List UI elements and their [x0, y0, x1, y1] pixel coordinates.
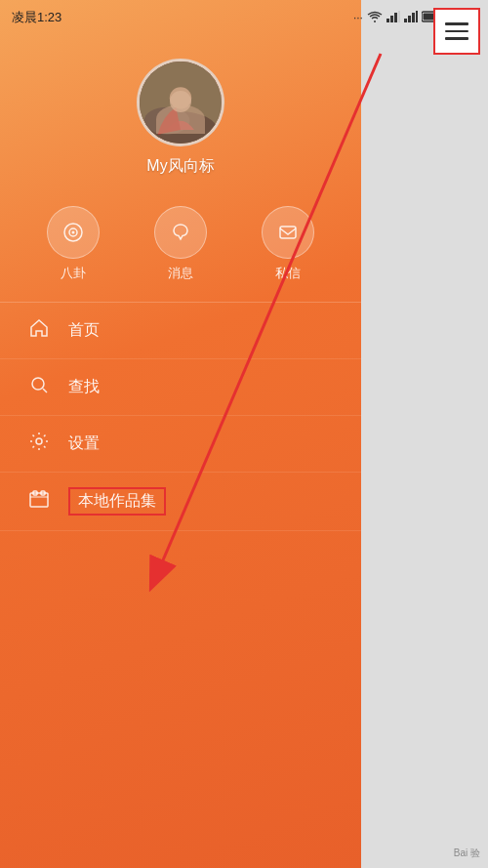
svg-line-20	[43, 389, 47, 393]
svg-rect-2	[394, 13, 397, 22]
svg-rect-7	[416, 11, 418, 22]
menu-item-settings[interactable]: 设置	[0, 416, 361, 473]
menu-item-local-works[interactable]: 本地作品集	[0, 473, 361, 531]
svg-point-19	[32, 378, 44, 390]
avatar-svg	[140, 62, 222, 144]
svg-rect-5	[408, 16, 411, 22]
wifi-icon	[367, 11, 383, 25]
status-bar: 凌晨1:23 ···	[0, 0, 488, 35]
status-time: 凌晨1:23	[12, 9, 61, 26]
local-works-icon	[27, 488, 51, 515]
svg-point-14	[170, 87, 191, 108]
svg-point-21	[36, 438, 42, 444]
message-label: 消息	[168, 265, 193, 282]
local-works-label: 本地作品集	[68, 487, 166, 516]
svg-point-13	[144, 107, 190, 135]
quick-action-gossip[interactable]: 八卦	[47, 206, 100, 282]
baidu-watermark: Bai 验	[454, 847, 480, 860]
settings-label: 设置	[68, 434, 100, 454]
avatar[interactable]	[137, 59, 224, 146]
hamburger-line-2	[445, 30, 468, 33]
menu-item-home[interactable]: 首页	[0, 303, 361, 359]
home-label: 首页	[68, 320, 100, 341]
svg-rect-6	[412, 13, 415, 22]
svg-rect-0	[386, 19, 389, 22]
dots-icon: ···	[353, 11, 363, 24]
signal2-icon	[404, 11, 418, 25]
quick-actions: 八卦 消息 私信	[0, 196, 361, 302]
svg-rect-4	[404, 19, 407, 22]
svg-rect-1	[390, 16, 393, 22]
sidebar: My风向标 八卦 消息	[0, 0, 361, 868]
menu-item-search[interactable]: 查找	[0, 359, 361, 416]
gossip-icon	[47, 206, 100, 259]
profile-name: My风向标	[146, 156, 214, 177]
quick-action-dm[interactable]: 私信	[262, 206, 314, 282]
svg-point-17	[72, 231, 75, 234]
message-icon	[154, 206, 207, 259]
gossip-label: 八卦	[61, 265, 86, 282]
avatar-image	[140, 62, 222, 144]
home-icon	[27, 317, 51, 344]
hamburger-button[interactable]	[433, 8, 480, 55]
dm-icon	[262, 206, 314, 259]
search-icon	[27, 374, 51, 400]
right-panel-background	[356, 0, 488, 868]
signal1-icon	[386, 11, 400, 25]
search-label: 查找	[68, 377, 100, 397]
hamburger-line-3	[445, 37, 468, 40]
quick-action-message[interactable]: 消息	[154, 206, 207, 282]
hamburger-line-1	[445, 22, 468, 25]
settings-icon	[27, 431, 51, 457]
dm-label: 私信	[275, 265, 301, 282]
svg-rect-18	[280, 227, 296, 238]
svg-rect-3	[398, 11, 400, 22]
